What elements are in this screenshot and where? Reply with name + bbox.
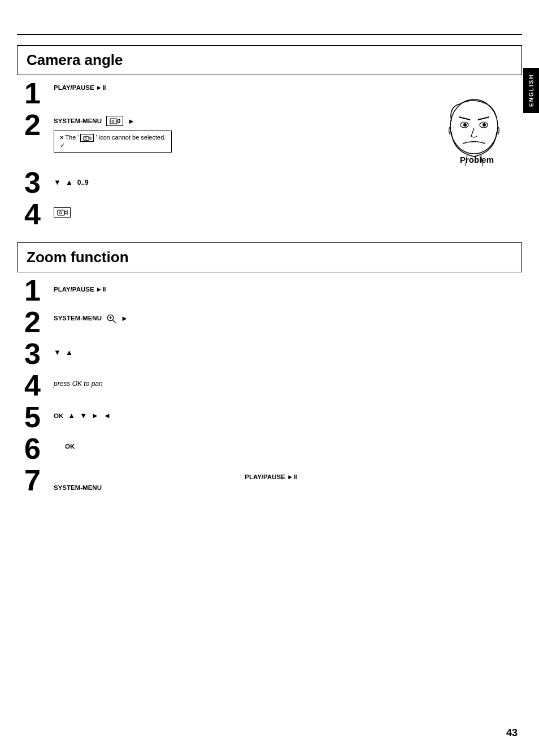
- zoom-icon: [106, 313, 116, 324]
- zoom-step-5-content: OK ▲ ▼ ► ◄: [48, 405, 522, 420]
- zoom-step-num-3: 3: [17, 339, 48, 368]
- step-1-label: PLAY/PAUSE ►II: [54, 84, 106, 91]
- zoom-step-1: 1 PLAY/PAUSE ►II: [17, 278, 522, 305]
- side-tab-english: ENGLISH: [523, 68, 539, 113]
- zoom-step-7-content: PLAY/PAUSE ►II SYSTEM-MENU: [48, 468, 522, 492]
- zoom-step-num-2: 2: [17, 307, 48, 337]
- step-1-content: PLAY/PAUSE ►II: [48, 81, 522, 91]
- zoom-tri-up-5: ▲: [68, 411, 75, 420]
- zoom-ok-label-1: OK: [54, 412, 63, 419]
- zoom-ok-label-2: OK: [65, 443, 75, 450]
- zoom-step-num-6: 6: [17, 434, 48, 463]
- face-illustration: [443, 95, 505, 171]
- svg-marker-16: [64, 211, 67, 214]
- zoom-function-header: Zoom function: [17, 242, 522, 272]
- zoom-step-num-4: 4: [17, 371, 48, 400]
- svg-point-2: [112, 120, 114, 123]
- zoom-step-4: 4 press OK to pan: [17, 373, 522, 400]
- svg-point-17: [59, 212, 62, 214]
- zoom-step-3: 3 ▼ ▲: [17, 341, 522, 368]
- zoom-step7-system-menu: SYSTEM-MENU: [54, 484, 102, 491]
- svg-line-19: [113, 320, 116, 323]
- svg-point-6: [450, 99, 498, 154]
- zoom-step-2-content: SYSTEM-MENU ►: [48, 310, 522, 324]
- svg-point-12: [483, 123, 486, 127]
- zoom-step-7: 7 PLAY/PAUSE ►II SYSTEM-MENU: [17, 468, 522, 495]
- zoom-step-4-content: press OK to pan: [48, 373, 522, 388]
- tri-down-3: ▼: [54, 178, 61, 186]
- camera-angle-title: Camera angle: [27, 51, 512, 69]
- problem-label: Problem: [54, 155, 494, 164]
- svg-marker-4: [89, 137, 92, 140]
- camera-step-3: 3 ▼ ▲ 0..9: [17, 170, 522, 197]
- step-number-4: 4: [17, 199, 48, 229]
- camera-angle-steps: 1 PLAY/PAUSE ►II 2 SYSTEM-MENU: [17, 81, 522, 229]
- svg-line-14: [481, 154, 483, 166]
- svg-marker-1: [117, 119, 120, 123]
- zoom-tri-down: ▼: [54, 348, 61, 357]
- zoom-step-num-5: 5: [17, 402, 48, 432]
- zoom-arrow-right: ►: [121, 314, 128, 323]
- page-number: 43: [506, 727, 518, 739]
- camera-angle-icon: [106, 116, 123, 126]
- note-text: ' icon cannot be selected.: [96, 134, 166, 141]
- arrow-right-1: ►: [128, 117, 135, 125]
- checkmark: ✓: [60, 142, 65, 149]
- svg-rect-3: [84, 136, 89, 140]
- system-menu-label-1: SYSTEM-MENU: [54, 118, 102, 124]
- zoom-tri-up: ▲: [66, 348, 73, 357]
- camera-step-4: 4: [17, 202, 522, 229]
- zoom-step-2: 2 SYSTEM-MENU ►: [17, 310, 522, 337]
- svg-rect-0: [110, 119, 117, 124]
- step-3-content: ▼ ▲ 0..9: [48, 170, 522, 186]
- top-divider: [17, 34, 522, 35]
- range-09: 0..9: [77, 179, 89, 186]
- zoom-tri-left-5: ◄: [103, 411, 111, 420]
- camera-angle-header: Camera angle: [17, 45, 522, 75]
- note-cam-icon: [80, 134, 94, 142]
- zoom-step-6: 6 OK: [17, 436, 522, 463]
- tri-up-3: ▲: [66, 178, 73, 186]
- zoom-step-6-content: OK: [48, 436, 522, 450]
- note-cross: ×: [60, 134, 63, 141]
- svg-line-13: [466, 154, 467, 166]
- step-number-1: 1: [17, 79, 48, 108]
- svg-point-11: [463, 123, 467, 127]
- step4-cam-icon: [54, 207, 71, 218]
- step-4-content: [48, 202, 522, 218]
- zoom-step-5: 5 OK ▲ ▼ ► ◄: [17, 405, 522, 432]
- zoom-press-ok-pan: press OK to pan: [54, 380, 103, 388]
- zoom-play-pause: PLAY/PAUSE ►II: [54, 286, 106, 293]
- zoom-function-steps: 1 PLAY/PAUSE ►II 2 SYSTEM-MENU: [17, 278, 522, 495]
- step-number-3: 3: [17, 168, 48, 197]
- zoom-step-num-1: 1: [17, 276, 48, 305]
- zoom-step-3-content: ▼ ▲: [48, 341, 522, 357]
- zoom-tri-down-5: ▼: [80, 411, 87, 420]
- svg-rect-15: [58, 210, 64, 215]
- zoom-tri-right-5: ►: [92, 411, 99, 420]
- zoom-step-1-content: PLAY/PAUSE ►II: [48, 278, 522, 293]
- zoom-system-menu: SYSTEM-MENU: [54, 315, 102, 321]
- zoom-step7-play-pause: PLAY/PAUSE ►II: [245, 473, 297, 480]
- step-number-2: 2: [17, 110, 48, 140]
- zoom-function-title: Zoom function: [27, 249, 512, 266]
- camera-note-box: × The ' ' icon cannot be selected. ✓: [54, 131, 172, 153]
- svg-point-5: [85, 137, 87, 139]
- svg-line-8: [478, 117, 489, 120]
- zoom-step-num-7: 7: [17, 466, 48, 495]
- svg-line-7: [459, 117, 470, 120]
